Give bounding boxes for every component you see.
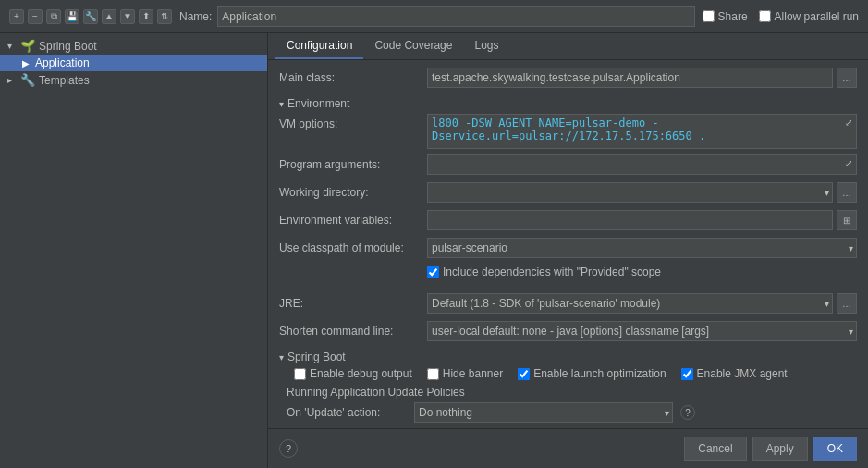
hide-banner-label[interactable]: Hide banner bbox=[427, 367, 503, 380]
enable-jmx-checkbox[interactable] bbox=[681, 368, 693, 380]
tabs: Configuration Code Coverage Logs bbox=[268, 33, 868, 60]
program-args-input[interactable] bbox=[427, 154, 857, 175]
shorten-select[interactable]: user-local default: none - java [options… bbox=[427, 321, 857, 341]
remove-config-button[interactable]: − bbox=[28, 9, 43, 24]
tab-code-coverage[interactable]: Code Coverage bbox=[363, 33, 463, 59]
name-input[interactable] bbox=[217, 6, 694, 27]
shorten-label: Shorten command line: bbox=[279, 321, 427, 338]
parallel-checkbox-label[interactable]: Allow parallel run bbox=[759, 10, 859, 23]
tab-logs[interactable]: Logs bbox=[463, 33, 509, 59]
include-deps-label: Include dependencies with "Provided" sco… bbox=[443, 265, 661, 278]
apply-button[interactable]: Apply bbox=[752, 437, 808, 461]
environment-section-header: ▾ Environment bbox=[279, 97, 857, 110]
help-button[interactable]: ? bbox=[279, 439, 298, 458]
save-config-button[interactable]: 💾 bbox=[65, 9, 79, 24]
enable-jmx-label[interactable]: Enable JMX agent bbox=[681, 367, 788, 380]
sort-button[interactable]: ⇅ bbox=[157, 9, 172, 24]
config-panel: Main class: … ▾ Environment VM options: … bbox=[268, 60, 868, 428]
name-row: Name: bbox=[179, 6, 695, 27]
working-dir-control: … bbox=[427, 182, 857, 203]
parallel-checkbox[interactable] bbox=[759, 10, 771, 22]
vm-options-input[interactable]: l800 -DSW_AGENT_NAME=pulsar-demo -Dservi… bbox=[427, 114, 857, 149]
jre-row: JRE: Default (1.8 - SDK of 'pulsar-scena… bbox=[279, 293, 857, 315]
move-down-button[interactable]: ▼ bbox=[120, 9, 135, 24]
jre-label: JRE: bbox=[279, 293, 427, 310]
main-class-row: Main class: … bbox=[279, 68, 857, 90]
enable-launch-label[interactable]: Enable launch optimization bbox=[518, 367, 666, 380]
shorten-control: user-local default: none - java [options… bbox=[427, 321, 857, 341]
working-dir-label: Working directory: bbox=[279, 182, 427, 199]
spring-boot-section-header: ▾ Spring Boot bbox=[279, 351, 857, 363]
dialog-footer: ? Cancel Apply OK bbox=[268, 428, 868, 468]
program-args-label: Program arguments: bbox=[279, 154, 427, 171]
program-args-expand-button[interactable]: ⤢ bbox=[840, 154, 857, 171]
jre-control: Default (1.8 - SDK of 'pulsar-scenario' … bbox=[427, 293, 857, 314]
enable-debug-label[interactable]: Enable debug output bbox=[294, 367, 412, 380]
enable-launch-text: Enable launch optimization bbox=[533, 367, 666, 380]
settings-config-button[interactable]: 🔧 bbox=[83, 9, 98, 24]
include-deps-spacer bbox=[279, 265, 427, 269]
on-update-row: On 'Update' action: Do nothing Update cl… bbox=[287, 402, 857, 423]
external-button[interactable]: ⬆ bbox=[139, 9, 153, 24]
vm-options-row: VM options: l800 -DSW_AGENT_NAME=pulsar-… bbox=[279, 114, 857, 149]
classpath-control: pulsar-scenario bbox=[427, 238, 857, 258]
on-update-select[interactable]: Do nothing Update classes and resources … bbox=[414, 402, 673, 423]
on-update-help-icon[interactable]: ? bbox=[680, 405, 695, 420]
footer-left: ? bbox=[279, 439, 679, 458]
working-dir-row: Working directory: … bbox=[279, 182, 857, 204]
include-deps-checkbox[interactable] bbox=[427, 266, 439, 278]
jre-select[interactable]: Default (1.8 - SDK of 'pulsar-scenario' … bbox=[427, 293, 833, 314]
env-variables-label: Environment variables: bbox=[279, 210, 427, 227]
include-deps-row: Include dependencies with "Provided" sco… bbox=[279, 265, 857, 288]
spring-icon: 🌱 bbox=[20, 39, 35, 53]
move-up-button[interactable]: ▲ bbox=[102, 9, 116, 24]
classpath-label: Use classpath of module: bbox=[279, 238, 427, 254]
sidebar-application-label: Application bbox=[35, 56, 260, 69]
share-checkbox[interactable] bbox=[703, 10, 715, 22]
env-variables-input[interactable] bbox=[427, 210, 833, 230]
tab-configuration[interactable]: Configuration bbox=[275, 33, 363, 59]
hide-banner-checkbox[interactable] bbox=[427, 368, 439, 380]
parallel-label: Allow parallel run bbox=[775, 10, 859, 23]
add-config-button[interactable]: + bbox=[9, 9, 24, 24]
enable-jmx-text: Enable JMX agent bbox=[697, 367, 788, 380]
working-dir-select[interactable] bbox=[427, 182, 833, 203]
sidebar-item-spring-boot[interactable]: ▾ 🌱 Spring Boot bbox=[0, 37, 267, 55]
policies-title: Running Application Update Policies bbox=[287, 386, 857, 399]
share-checkbox-label[interactable]: Share bbox=[703, 10, 748, 23]
main-class-label: Main class: bbox=[279, 68, 427, 84]
classpath-select[interactable]: pulsar-scenario bbox=[427, 238, 857, 258]
right-panel: Configuration Code Coverage Logs Main cl… bbox=[268, 33, 868, 468]
chevron-down-icon: ▾ bbox=[7, 41, 17, 51]
name-label: Name: bbox=[179, 10, 212, 23]
working-dir-browse-button[interactable]: … bbox=[837, 182, 857, 203]
include-deps-checkbox-label[interactable]: Include dependencies with "Provided" sco… bbox=[427, 265, 661, 278]
program-args-row: Program arguments: ⤢ bbox=[279, 154, 857, 177]
env-variables-control: ⊞ bbox=[427, 210, 857, 230]
sidebar-templates-label: Templates bbox=[39, 74, 260, 87]
env-variables-browse-button[interactable]: ⊞ bbox=[837, 210, 857, 230]
include-deps-control: Include dependencies with "Provided" sco… bbox=[427, 265, 857, 278]
ok-button[interactable]: OK bbox=[813, 437, 857, 461]
jre-browse-button[interactable]: … bbox=[837, 293, 857, 314]
dialog-header: + − ⧉ 💾 🔧 ▲ ▼ ⬆ ⇅ Name: Share Allow para… bbox=[0, 0, 868, 33]
policies-section: Running Application Update Policies On '… bbox=[279, 386, 857, 423]
spring-boot-section-label: Spring Boot bbox=[287, 351, 346, 363]
vm-options-expand-button[interactable]: ⤢ bbox=[840, 114, 857, 130]
share-label: Share bbox=[718, 10, 748, 23]
shorten-row: Shorten command line: user-local default… bbox=[279, 321, 857, 343]
main-class-input[interactable] bbox=[427, 68, 833, 88]
sidebar-item-application[interactable]: ▶ Application bbox=[0, 55, 267, 71]
main-class-browse-button[interactable]: … bbox=[837, 68, 857, 88]
env-chevron-icon: ▾ bbox=[279, 99, 284, 109]
enable-launch-checkbox[interactable] bbox=[518, 368, 530, 380]
cancel-button[interactable]: Cancel bbox=[684, 437, 746, 461]
header-checkboxes: Share Allow parallel run bbox=[703, 10, 859, 23]
chevron-right-icon: ▸ bbox=[7, 75, 17, 85]
on-update-label: On 'Update' action: bbox=[287, 406, 407, 419]
copy-config-button[interactable]: ⧉ bbox=[46, 9, 61, 24]
hide-banner-text: Hide banner bbox=[443, 367, 503, 380]
sidebar-item-templates[interactable]: ▸ 🔧 Templates bbox=[0, 71, 267, 89]
enable-debug-checkbox[interactable] bbox=[294, 368, 306, 380]
vm-options-label: VM options: bbox=[279, 114, 427, 130]
